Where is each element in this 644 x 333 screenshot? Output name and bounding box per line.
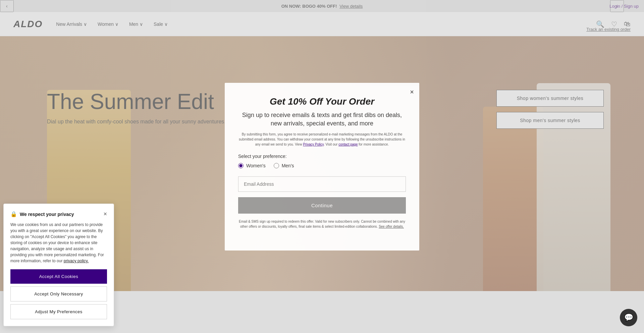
- contact-page-link[interactable]: contact page: [338, 143, 358, 146]
- chat-icon: 💬: [624, 313, 633, 322]
- modal-radio-group: Women's Men's: [238, 163, 406, 168]
- modal-title: Get 10% Off Your Order: [238, 96, 406, 107]
- cookie-privacy-link[interactable]: privacy policy.: [64, 259, 89, 263]
- preference-womens[interactable]: Women's: [238, 163, 266, 168]
- preference-womens-label: Women's: [246, 163, 266, 168]
- preference-womens-radio[interactable]: [238, 163, 244, 168]
- cookie-lock-icon: 🔒: [10, 211, 17, 217]
- accept-all-cookies-button[interactable]: Accept All Cookies: [10, 269, 107, 284]
- offer-details-link[interactable]: See offer details.: [379, 225, 404, 228]
- cookie-close-button[interactable]: ×: [103, 211, 107, 218]
- modal-close-button[interactable]: ×: [410, 88, 414, 96]
- cookie-header: 🔒 We respect your privacy ×: [10, 211, 107, 218]
- cookie-banner: 🔒 We respect your privacy × We use cooki…: [3, 204, 114, 326]
- email-input[interactable]: [238, 176, 406, 192]
- continue-button[interactable]: Continue: [238, 197, 406, 214]
- cookie-title: We respect your privacy: [20, 212, 74, 217]
- cookie-text: We use cookies from us and our partners …: [10, 222, 107, 264]
- preference-mens-radio[interactable]: [274, 163, 279, 168]
- accept-necessary-button[interactable]: Accept Only Necessary: [10, 286, 107, 301]
- modal-disclaimer: Email & SMS sign up required to redeem t…: [238, 219, 406, 229]
- signup-modal: × Get 10% Off Your Order Sign up to rece…: [225, 83, 419, 251]
- privacy-policy-link[interactable]: Privacy Policy: [303, 143, 324, 146]
- modal-fine-print: By submitting this form, you agree to re…: [238, 132, 406, 147]
- chat-button[interactable]: 💬: [620, 309, 637, 326]
- preference-mens[interactable]: Men's: [274, 163, 294, 168]
- preference-mens-label: Men's: [282, 163, 294, 168]
- adjust-preferences-button[interactable]: Adjust My Preferences: [10, 304, 107, 319]
- modal-preference-label: Select your preference:: [238, 154, 406, 159]
- modal-subtitle: Sign up to receive emails & texts and ge…: [238, 111, 406, 128]
- cookie-header-left: 🔒 We respect your privacy: [10, 211, 74, 217]
